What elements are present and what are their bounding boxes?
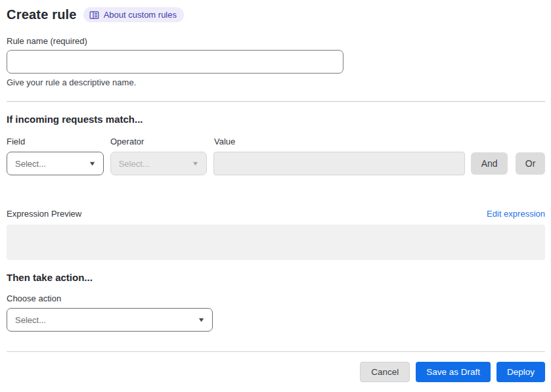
and-button[interactable]: And bbox=[471, 152, 508, 175]
match-controls-row: Select... ▼ Select... ▼ And Or bbox=[7, 152, 545, 175]
field-select[interactable]: Select... ▼ bbox=[7, 152, 104, 175]
value-label: Value bbox=[214, 137, 466, 146]
footer-actions: Cancel Save as Draft Deploy bbox=[7, 362, 545, 382]
expression-preview-box bbox=[7, 225, 545, 260]
save-as-draft-button[interactable]: Save as Draft bbox=[416, 362, 491, 382]
create-rule-page: Create rule About custom rules Rule name… bbox=[0, 0, 545, 382]
deploy-button[interactable]: Deploy bbox=[496, 362, 545, 382]
field-label: Field bbox=[7, 137, 110, 146]
footer-divider bbox=[7, 351, 545, 352]
edit-expression-link[interactable]: Edit expression bbox=[487, 209, 545, 219]
about-custom-rules-label: About custom rules bbox=[104, 10, 177, 20]
or-button[interactable]: Or bbox=[516, 152, 545, 175]
operator-select-value: Select... bbox=[119, 159, 150, 169]
expression-preview-row: Expression Preview Edit expression bbox=[7, 209, 545, 219]
chevron-down-icon: ▼ bbox=[192, 160, 200, 167]
chevron-down-icon: ▼ bbox=[88, 160, 96, 167]
field-select-value: Select... bbox=[15, 159, 46, 169]
section-divider bbox=[7, 101, 545, 102]
match-section-heading: If incoming requests match... bbox=[7, 114, 545, 125]
action-section-heading: Then take action... bbox=[7, 272, 545, 283]
expression-preview-label: Expression Preview bbox=[7, 209, 81, 219]
rule-name-label: Rule name (required) bbox=[7, 36, 545, 46]
page-title: Create rule bbox=[7, 7, 77, 22]
chevron-down-icon: ▼ bbox=[198, 316, 206, 323]
operator-label: Operator bbox=[110, 137, 214, 146]
choose-action-select[interactable]: Select... ▼ bbox=[7, 308, 213, 332]
cancel-button[interactable]: Cancel bbox=[360, 362, 410, 382]
book-icon bbox=[89, 11, 99, 20]
match-column-labels: Field Operator Value bbox=[7, 137, 545, 146]
rule-name-input[interactable] bbox=[7, 50, 343, 74]
about-custom-rules-link[interactable]: About custom rules bbox=[83, 7, 184, 22]
choose-action-select-value: Select... bbox=[15, 315, 46, 325]
rule-name-helper-text: Give your rule a descriptive name. bbox=[7, 77, 545, 87]
value-input[interactable] bbox=[213, 152, 465, 175]
operator-select[interactable]: Select... ▼ bbox=[110, 152, 208, 175]
page-header: Create rule About custom rules bbox=[7, 7, 545, 22]
choose-action-label: Choose action bbox=[7, 294, 545, 303]
